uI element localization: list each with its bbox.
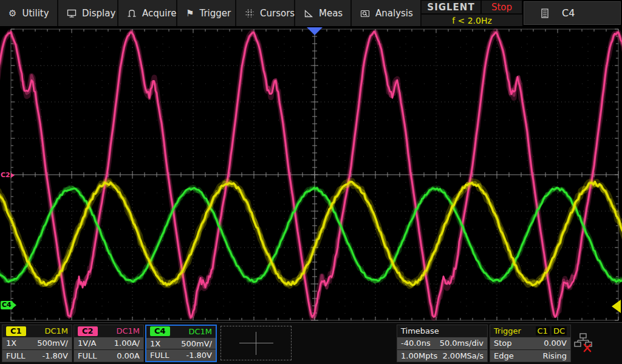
lan-disconnected-icon[interactable] — [573, 332, 593, 356]
active-channel-menu[interactable]: C4 — [524, 1, 621, 25]
channel4-scale: 500mV/ — [181, 339, 212, 348]
flag-icon: ⚑ — [186, 8, 194, 19]
menu-cursors-label: Cursors — [260, 8, 295, 19]
trigger-title: Trigger — [494, 326, 521, 335]
menu-trigger-label: Trigger — [199, 8, 231, 19]
right-arrow-icon — [11, 173, 15, 178]
menu-utility[interactable]: ⚙ Utility — [0, 0, 58, 26]
plus-icon — [256, 332, 256, 355]
siglent-logo: SIGLENT — [422, 1, 480, 13]
channel1-offset: -1.80V — [42, 351, 68, 360]
timebase-scale: 50.0ms/div — [440, 339, 484, 348]
menu-cursors[interactable]: Cursors — [236, 0, 295, 26]
measure-icon — [304, 8, 313, 18]
channel2-scale: 1.00A/ — [114, 339, 140, 348]
plus-icon — [239, 343, 273, 343]
trigger-type: Edge — [494, 351, 514, 360]
channel2-coupling: DC1M — [116, 326, 140, 335]
channel2-bandwidth: FULL — [78, 351, 97, 360]
trigger-box[interactable]: Trigger C1 DC Stop 0.00V Edge Rising — [490, 325, 571, 362]
menu-trigger[interactable]: ⚑ Trigger — [177, 0, 236, 26]
trigger-position-marker[interactable] — [307, 27, 323, 35]
analysis-icon — [360, 8, 370, 18]
trigger-slope: Rising — [542, 351, 567, 360]
timebase-memory: 1.00Mpts — [401, 351, 437, 360]
active-channel-label: C4 — [562, 7, 575, 19]
frequency-counter: f < 2.0Hz — [422, 15, 522, 26]
trigger-status: Stop — [494, 339, 512, 348]
channel-list-icon — [540, 8, 550, 19]
gear-icon: ⚙ — [9, 8, 16, 19]
waveform-display[interactable]: C2 C4 — [0, 27, 622, 322]
channel1-bandwidth: FULL — [6, 351, 25, 360]
trigger-level: 0.00V — [544, 339, 567, 348]
channel4-bandwidth: FULL — [150, 351, 169, 360]
acquire-icon — [127, 8, 137, 18]
channel1-coupling: DC1M — [44, 326, 68, 335]
menu-utility-label: Utility — [22, 8, 49, 19]
acquisition-status[interactable]: Stop — [482, 1, 522, 13]
menu-display[interactable]: Display — [58, 0, 118, 26]
brand-status-block: SIGLENT Stop f < 2.0Hz — [422, 0, 522, 26]
menu-analysis[interactable]: Analysis — [352, 0, 422, 26]
trigger-coupling: DC — [552, 326, 567, 335]
menu-acquire[interactable]: Acquire — [118, 0, 177, 26]
timebase-samplerate: 2.00MSa/s — [442, 351, 484, 360]
channel4-coupling: DC1M — [188, 327, 212, 336]
timebase-title: Timebase — [401, 326, 439, 335]
measurement-slot-empty[interactable] — [220, 326, 292, 360]
timebase-box[interactable]: Timebase -40.0ns 50.0ms/div 1.00Mpts 2.0… — [397, 325, 488, 362]
channel1-box[interactable]: C1 DC1M 1X 500mV/ FULL -1.80V — [2, 325, 72, 362]
trigger-level-marker[interactable] — [612, 300, 621, 313]
channel2-badge: C2 — [78, 326, 98, 336]
menu-bar: ⚙ Utility Display Acquire ⚑ Trigger Curs… — [0, 0, 622, 27]
channel2-box[interactable]: C2 DC1M 1V/A 1.00A/ FULL 0.00A — [73, 325, 144, 362]
channel4-badge: C4 — [150, 326, 170, 336]
menu-display-label: Display — [82, 8, 115, 19]
right-arrow-icon — [13, 302, 16, 308]
menu-analysis-label: Analysis — [375, 8, 413, 19]
channel4-zero-marker[interactable]: C4 — [1, 301, 16, 309]
status-bar: C1 DC1M 1X 500mV/ FULL -1.80V C2 DC1M 1V… — [0, 322, 622, 364]
display-icon — [67, 8, 77, 18]
trigger-source: C1 — [536, 326, 550, 335]
menu-acquire-label: Acquire — [142, 8, 177, 19]
cursors-icon — [245, 8, 255, 18]
channel1-atten: 1X — [6, 339, 16, 348]
menu-meas[interactable]: Meas — [295, 0, 352, 26]
channel4-box[interactable]: C4 DC1M 1X 500mV/ FULL -1.80V — [145, 325, 217, 362]
channel1-badge: C1 — [6, 326, 26, 336]
oscilloscope-screen: ⚙ Utility Display Acquire ⚑ Trigger Curs… — [0, 0, 622, 364]
channel1-scale: 500mV/ — [37, 339, 68, 348]
channel4-offset: -1.80V — [186, 351, 212, 360]
timebase-delay: -40.0ns — [401, 339, 431, 348]
menu-meas-label: Meas — [319, 8, 343, 19]
channel2-zero-marker[interactable]: C2 — [1, 171, 15, 180]
channel4-atten: 1X — [150, 339, 160, 348]
channel2-offset: 0.00A — [117, 351, 140, 360]
graticule-and-traces — [0, 27, 622, 322]
channel2-atten: 1V/A — [78, 339, 96, 348]
